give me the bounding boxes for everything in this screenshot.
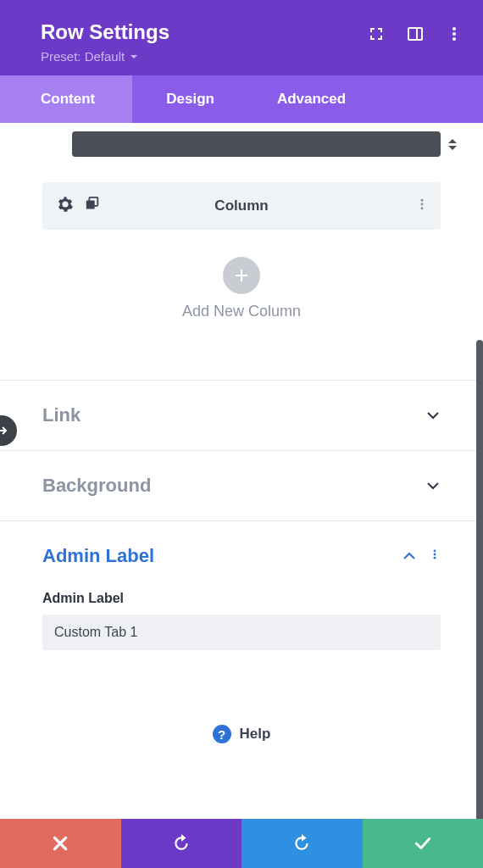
svg-point-11: [434, 554, 436, 556]
sort-handle-icon[interactable]: [444, 136, 461, 153]
scrollbar[interactable]: [476, 340, 483, 819]
arrow-right-icon: [0, 423, 9, 438]
add-column-button[interactable]: [223, 257, 260, 294]
modal-title: Row Settings: [41, 20, 169, 44]
svg-point-9: [421, 207, 424, 209]
help-link[interactable]: ? Help: [0, 701, 483, 777]
tabs: Content Design Advanced: [0, 75, 483, 123]
tab-content[interactable]: Content: [0, 75, 132, 123]
section-link-title: Link: [42, 404, 80, 426]
svg-point-12: [434, 557, 436, 559]
admin-label-body: Admin Label: [0, 591, 483, 701]
undo-icon: [172, 834, 191, 853]
redo-icon: [292, 834, 311, 853]
column-item[interactable]: Column: [42, 182, 441, 230]
section-admin-label[interactable]: Admin Label: [0, 520, 483, 591]
modal-body: Column Add New Column Link Background: [0, 123, 483, 819]
svg-point-2: [452, 27, 456, 31]
admin-label-input[interactable]: [42, 615, 441, 650]
redo-button[interactable]: [242, 819, 363, 868]
svg-point-8: [421, 203, 424, 206]
section-kebab-icon[interactable]: [429, 548, 441, 564]
close-icon: [51, 834, 69, 853]
section-background-title: Background: [42, 475, 151, 497]
modal-footer: [0, 819, 483, 868]
admin-label-field-label: Admin Label: [42, 591, 441, 606]
help-icon: ?: [213, 725, 231, 743]
save-button[interactable]: [363, 819, 484, 868]
section-admin-title: Admin Label: [42, 545, 154, 567]
scroll-area[interactable]: Column Add New Column Link Background: [0, 123, 483, 819]
chevron-down-icon: [425, 478, 441, 493]
section-background[interactable]: Background: [0, 450, 483, 520]
gear-icon[interactable]: [58, 197, 73, 215]
svg-point-3: [452, 32, 456, 36]
panel-icon[interactable]: [407, 25, 424, 42]
svg-rect-5: [86, 201, 95, 209]
svg-point-4: [452, 37, 456, 41]
tab-advanced[interactable]: Advanced: [248, 75, 375, 123]
chevron-down-icon: [425, 408, 441, 423]
preset-label: Preset: Default: [41, 49, 125, 64]
duplicate-icon[interactable]: [85, 197, 100, 215]
column-structure-bar[interactable]: [72, 131, 441, 157]
preset-selector[interactable]: Preset: Default: [41, 49, 463, 64]
kebab-menu-icon[interactable]: [446, 25, 463, 42]
svg-rect-0: [408, 28, 422, 40]
chevron-up-icon: [402, 548, 417, 564]
row-settings-modal: Row Settings Preset: Default Content Des…: [0, 0, 483, 868]
tab-design[interactable]: Design: [132, 75, 248, 123]
add-column-label: Add New Column: [0, 303, 483, 320]
svg-point-10: [434, 549, 436, 552]
undo-button[interactable]: [121, 819, 242, 868]
plus-icon: [233, 267, 250, 284]
modal-header: Row Settings Preset: Default: [0, 0, 483, 75]
column-label: Column: [214, 198, 268, 214]
expand-icon[interactable]: [368, 25, 385, 42]
help-label: Help: [240, 726, 271, 743]
cancel-button[interactable]: [0, 819, 121, 868]
svg-point-7: [421, 199, 424, 202]
check-icon: [414, 834, 432, 853]
caret-down-icon: [130, 53, 138, 61]
column-kebab-icon[interactable]: [415, 198, 429, 214]
section-link[interactable]: Link: [0, 380, 483, 450]
